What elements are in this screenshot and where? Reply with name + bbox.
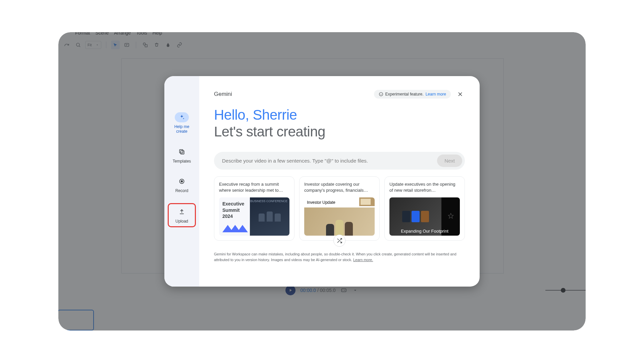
sidebar-item-upload[interactable]: Upload (168, 203, 196, 227)
modal-main: Gemini Experimental feature. Learn more (199, 76, 480, 287)
thumb-title: Executive Summit 2024 (222, 201, 247, 219)
hero: Hello, Sherrie Let's start creating (214, 107, 465, 140)
card-text: Investor update covering our company's p… (304, 181, 375, 193)
prompt-input[interactable] (222, 158, 434, 164)
disclaimer: Gemini for Workspace can make mistakes, … (214, 251, 465, 262)
sparkle-icon (175, 112, 189, 122)
card-thumbnail: Investor Update (304, 197, 375, 236)
app-window: Format Scene Arrange Tools Help Fit (58, 32, 586, 330)
suggestion-card[interactable]: Investor update covering our company's p… (299, 176, 380, 241)
svg-rect-5 (179, 149, 183, 153)
close-icon (457, 91, 464, 98)
info-icon (379, 92, 383, 97)
shuffle-icon (336, 238, 342, 244)
suggestion-card[interactable]: Update executives on the opening of new … (384, 176, 465, 241)
svg-rect-6 (181, 150, 184, 154)
upload-icon (175, 207, 189, 217)
thumb-title: Investor Update (307, 200, 335, 205)
next-button[interactable]: Next (437, 155, 462, 167)
modal-header: Gemini Experimental feature. Learn more (214, 89, 465, 99)
disclaimer-learn-more-link[interactable]: Learn more. (353, 258, 373, 262)
shuffle-button[interactable] (333, 235, 345, 247)
card-thumbnail: Expanding Our Footprint (389, 197, 460, 236)
thumb-corner-label: BUSINESS CONFERENCE (250, 199, 287, 203)
experimental-learn-more-link[interactable]: Learn more (426, 92, 446, 97)
card-text: Update executives on the opening of new … (389, 181, 460, 193)
hero-subtitle: Let's start creating (214, 124, 465, 140)
modal-sidebar: Help me create Templates Record (164, 76, 199, 287)
modal-title: Gemini (214, 91, 232, 98)
thumb-caption: Expanding Our Footprint (389, 229, 460, 234)
sidebar-item-record[interactable]: Record (168, 174, 196, 196)
prompt-row: Next (214, 152, 465, 170)
sidebar-item-templates[interactable]: Templates (168, 144, 196, 166)
svg-point-8 (181, 180, 183, 182)
card-thumbnail: Executive Summit 2024 BUSINESS CONFERENC… (219, 197, 289, 236)
record-icon (175, 176, 189, 186)
modal-overlay: Help me create Templates Record (58, 32, 586, 330)
close-button[interactable] (455, 89, 465, 99)
card-text: Executive recap from a summit where seni… (219, 181, 289, 193)
suggestion-cards: Executive recap from a summit where seni… (214, 176, 465, 241)
suggestion-card[interactable]: Executive recap from a summit where seni… (214, 176, 294, 241)
sidebar-item-label: Help me create (168, 124, 195, 134)
sidebar-item-label: Templates (173, 159, 191, 164)
hero-greeting: Hello, Sherrie (214, 107, 465, 123)
templates-icon (175, 147, 189, 157)
gemini-modal: Help me create Templates Record (164, 76, 480, 287)
sidebar-item-help-me-create[interactable]: Help me create (168, 110, 196, 137)
sidebar-item-label: Record (175, 188, 189, 193)
experimental-badge: Experimental feature. Learn more (374, 90, 451, 99)
sidebar-item-label: Upload (175, 219, 188, 224)
